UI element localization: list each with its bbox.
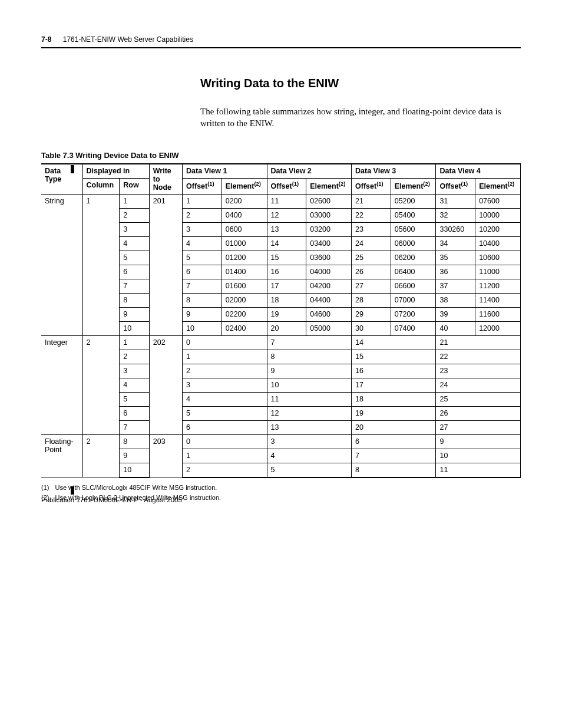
- cell: 05400: [391, 208, 436, 222]
- th-element3: Element: [395, 182, 424, 190]
- th-element4: Element: [479, 182, 508, 190]
- cell: 22: [436, 350, 521, 364]
- section-intro: The following table summarizes how strin…: [200, 106, 521, 130]
- cell: 10: [267, 378, 351, 392]
- cell: 14: [267, 236, 306, 251]
- cell: 330260: [436, 222, 475, 236]
- cell: 10200: [475, 222, 521, 236]
- cell: 8: [267, 350, 351, 364]
- cell: 26: [436, 406, 521, 420]
- cell: 39: [436, 307, 475, 321]
- th-element1: Element: [226, 182, 254, 190]
- cell: 0: [183, 434, 267, 449]
- cell: 1: [183, 350, 267, 364]
- data-table: Data Type Displayed in Write to Node Dat…: [41, 163, 521, 478]
- cell: 203: [149, 434, 182, 477]
- cell: 30: [352, 321, 391, 335]
- cell: 0600: [222, 222, 267, 236]
- cell: 9: [120, 307, 149, 321]
- cell: 5: [183, 251, 222, 265]
- cell: 24: [436, 378, 521, 392]
- cell: 31: [436, 194, 475, 208]
- cell: 1: [183, 449, 267, 463]
- cell: 2: [82, 434, 120, 477]
- cell: 17: [352, 378, 436, 392]
- change-bar-icon: [71, 165, 74, 173]
- cell: 6: [352, 434, 436, 449]
- th-data-type: Data Type: [45, 167, 61, 183]
- cell: 04600: [306, 307, 352, 321]
- footnote-num: (1): [41, 483, 49, 493]
- cell: 02600: [306, 194, 352, 208]
- cell: 03000: [306, 208, 352, 222]
- cell: 29: [352, 307, 391, 321]
- cell: 0200: [222, 194, 267, 208]
- cell: 7: [267, 335, 351, 350]
- cell: 1: [120, 194, 149, 208]
- th-column: Column: [87, 181, 114, 189]
- page-header: 7-8 1761-NET-ENIW Web Server Capabilitie…: [41, 35, 521, 48]
- chapter-title: 1761-NET-ENIW Web Server Capabilities: [63, 35, 193, 44]
- cell: 07200: [391, 307, 436, 321]
- cell: 13: [267, 222, 306, 236]
- cell: 07000: [391, 293, 436, 307]
- footnote-text: Use with SLC/MicroLogix 485CIF Write MSG…: [55, 483, 217, 493]
- cell: 7: [120, 279, 149, 293]
- cell: 35: [436, 251, 475, 265]
- cell: 4: [120, 236, 149, 251]
- cell: 5: [120, 251, 149, 265]
- cell: 0: [183, 335, 267, 350]
- cell: 18: [352, 392, 436, 406]
- th-dv4: Data View 4: [439, 167, 480, 175]
- cell: 5: [183, 406, 267, 420]
- cell: 07600: [475, 194, 521, 208]
- cell: 03200: [306, 222, 352, 236]
- cell: 06400: [391, 265, 436, 279]
- cell: 6: [120, 265, 149, 279]
- th-offset4: Offset: [439, 182, 461, 190]
- th-element2: Element: [310, 182, 339, 190]
- cell: 18: [267, 293, 306, 307]
- cell: 38: [436, 293, 475, 307]
- cell: 25: [436, 392, 521, 406]
- cell: 21: [436, 335, 521, 350]
- cell: 2: [183, 463, 267, 477]
- cell: 8: [183, 293, 222, 307]
- cell: 32: [436, 208, 475, 222]
- cell: 12000: [475, 321, 521, 335]
- cell: 01400: [222, 265, 267, 279]
- cell: 11: [267, 194, 306, 208]
- cell: 2: [120, 208, 149, 222]
- cell: 9: [436, 434, 521, 449]
- cell: 5: [120, 392, 149, 406]
- cell: 16: [352, 364, 436, 378]
- cell: 06600: [391, 279, 436, 293]
- cell: 9: [120, 449, 149, 463]
- cell: 11200: [475, 279, 521, 293]
- cell: 36: [436, 265, 475, 279]
- cell: 201: [149, 194, 182, 335]
- cell: 1: [82, 194, 120, 335]
- cell: 05200: [391, 194, 436, 208]
- cell: 01000: [222, 236, 267, 251]
- cell: 07400: [391, 321, 436, 335]
- cell: 28: [352, 293, 391, 307]
- cell: 0400: [222, 208, 267, 222]
- cell: 22: [352, 208, 391, 222]
- cell: 10: [120, 463, 149, 477]
- cell: 25: [352, 251, 391, 265]
- cell: 24: [352, 236, 391, 251]
- cell: 4: [183, 392, 267, 406]
- cell: 40: [436, 321, 475, 335]
- cell: 11: [436, 463, 521, 477]
- publication-line: Publication 1761-UM006E-EN-P - August 20…: [41, 496, 182, 503]
- cell: 12: [267, 406, 351, 420]
- cell: 10: [120, 321, 149, 335]
- cell: 26: [352, 265, 391, 279]
- cell: 4: [267, 449, 351, 463]
- cell: 10000: [475, 208, 521, 222]
- cell: 6: [183, 265, 222, 279]
- cell: 7: [183, 279, 222, 293]
- cell: 16: [267, 265, 306, 279]
- cell: 1: [183, 194, 222, 208]
